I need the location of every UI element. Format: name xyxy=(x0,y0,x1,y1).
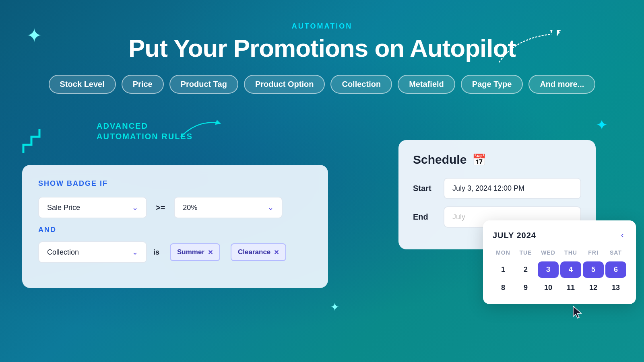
advanced-label: ADVANCED AUTOMATION RULES xyxy=(97,121,193,142)
condition2-chevron-icon: ⌄ xyxy=(132,248,138,257)
summer-tag-label: Summer xyxy=(177,248,204,256)
condition1-operator: >= xyxy=(153,203,167,212)
tag-product-option[interactable]: Product Option xyxy=(244,75,325,94)
cal-day-5[interactable]: 5 xyxy=(583,261,604,278)
page-title: Put Your Promotions on Autopilot xyxy=(0,35,644,62)
cal-day-3[interactable]: 3 xyxy=(538,261,559,278)
tag-chip-summer: Summer ✕ xyxy=(170,243,220,261)
tag-page-type[interactable]: Page Type xyxy=(461,75,523,94)
tag-collection[interactable]: Collection xyxy=(330,75,392,94)
schedule-start-row: Start July 3, 2024 12:00 PM xyxy=(413,178,581,199)
advanced-arrow xyxy=(177,117,225,141)
start-label: Start xyxy=(413,184,437,193)
cal-day-8[interactable]: 8 xyxy=(493,280,514,296)
section-label: AUTOMATION xyxy=(0,22,644,31)
cal-day-6[interactable]: 6 xyxy=(605,261,626,278)
page-header: AUTOMATION Put Your Promotions on Autopi… xyxy=(0,0,644,62)
start-date-input[interactable]: July 3, 2024 12:00 PM xyxy=(444,178,581,199)
condition2-operator: is xyxy=(153,248,159,257)
tag-product-tag[interactable]: Product Tag xyxy=(169,75,238,94)
cal-header-mon: MON xyxy=(493,248,514,260)
tag-and-more[interactable]: And more... xyxy=(528,75,595,94)
cal-day-9[interactable]: 9 xyxy=(515,280,536,296)
calendar-nav: JULY 2024 ‹ xyxy=(493,230,626,241)
calendar-icon: 📅 xyxy=(472,153,486,167)
calendar-month-label: JULY 2024 xyxy=(493,231,536,240)
clearance-tag-label: Clearance xyxy=(238,248,270,256)
cal-day-12[interactable]: 12 xyxy=(583,280,604,296)
clearance-tag-remove-button[interactable]: ✕ xyxy=(274,249,279,256)
condition1-dropdown-label: Sale Price xyxy=(47,204,80,212)
summer-tag-remove-button[interactable]: ✕ xyxy=(208,249,213,256)
cal-header-tue: TUE xyxy=(515,248,536,260)
condition1-dropdown[interactable]: Sale Price ⌄ xyxy=(38,197,147,218)
calendar-popup: JULY 2024 ‹ MON TUE WED THU FRI SAT 1 2 … xyxy=(483,220,636,304)
cal-day-1[interactable]: 1 xyxy=(493,261,514,278)
condition1-value-dropdown[interactable]: 20% ⌄ xyxy=(174,197,283,218)
condition1-value-chevron-icon: ⌄ xyxy=(268,203,274,212)
cal-day-2[interactable]: 2 xyxy=(515,261,536,278)
condition-row-1: Sale Price ⌄ >= 20% ⌄ xyxy=(38,197,312,218)
cal-day-4[interactable]: 4 xyxy=(560,261,581,278)
cal-header-fri: FRI xyxy=(583,248,604,260)
cal-day-13[interactable]: 13 xyxy=(605,280,626,296)
feature-tags-row: Stock Level Price Product Tag Product Op… xyxy=(0,75,644,94)
cal-header-thu: THU xyxy=(560,248,581,260)
schedule-title: Schedule xyxy=(413,153,466,167)
schedule-header: Schedule 📅 xyxy=(413,153,581,167)
condition2-dropdown-label: Collection xyxy=(47,248,79,257)
cal-header-wed: WED xyxy=(538,248,559,260)
calendar-grid: MON TUE WED THU FRI SAT 1 2 3 4 5 6 8 9 … xyxy=(493,248,626,296)
condition1-chevron-icon: ⌄ xyxy=(132,203,138,212)
tag-stock-level[interactable]: Stock Level xyxy=(49,75,116,94)
calendar-prev-button[interactable]: ‹ xyxy=(619,230,626,241)
tag-metafield[interactable]: Metafield xyxy=(398,75,455,94)
cal-day-10[interactable]: 10 xyxy=(538,280,559,296)
condition2-dropdown[interactable]: Collection ⌄ xyxy=(38,241,147,263)
cal-day-11[interactable]: 11 xyxy=(560,280,581,296)
condition-row-2: Collection ⌄ is Summer ✕ Clearance ✕ xyxy=(38,241,312,263)
star-decoration-bottom: ✦ xyxy=(330,300,339,314)
badge-card-title: SHOW BADGE IF xyxy=(38,179,312,188)
condition1-value-label: 20% xyxy=(183,204,197,212)
tag-price[interactable]: Price xyxy=(122,75,164,94)
staircase-decoration xyxy=(19,129,52,160)
and-separator: AND xyxy=(38,226,312,234)
badge-card: SHOW BADGE IF Sale Price ⌄ >= 20% ⌄ AND … xyxy=(22,165,328,288)
end-label: End xyxy=(413,212,437,222)
cal-header-sat: SAT xyxy=(605,248,626,260)
tag-chip-clearance: Clearance ✕ xyxy=(231,243,286,261)
star-decoration-right: ✦ xyxy=(596,117,608,134)
